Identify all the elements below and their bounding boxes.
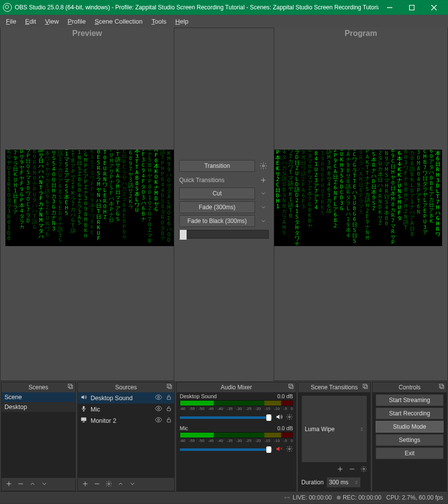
svg-rect-44 <box>441 385 444 389</box>
svg-rect-13 <box>168 385 172 389</box>
add-source-icon[interactable] <box>82 480 89 489</box>
chevron-down-icon[interactable] <box>258 216 269 226</box>
source-label: Mic <box>91 406 100 413</box>
duration-input[interactable]: 300 ms <box>326 477 361 488</box>
popout-icon[interactable] <box>67 383 73 391</box>
svg-rect-20 <box>81 417 87 421</box>
volume-slider[interactable] <box>180 448 272 451</box>
minimize-button[interactable] <box>379 0 401 15</box>
transition-select[interactable]: Luma Wipe <box>301 395 367 463</box>
lock-icon[interactable] <box>165 416 172 425</box>
source-item[interactable]: Monitor 2 <box>78 415 174 426</box>
menu-tools[interactable]: Tools <box>148 16 170 27</box>
add-scene-icon[interactable] <box>5 480 12 489</box>
docks: Scenes Scene Desktop Sources Desktop Sou… <box>0 381 448 491</box>
program-pane[interactable]: Program D サ H サ ハ ナ ア P 本 E K サ 2 C 日 D … <box>274 28 448 381</box>
mute-icon[interactable] <box>275 445 283 454</box>
channel-name: Mic <box>180 425 188 431</box>
program-label: Program <box>274 28 448 41</box>
scene-item[interactable]: Desktop <box>1 402 75 412</box>
audio-channel: Mic0.0 dB-60-55-50-45-40-35-30-25-20-15-… <box>177 424 296 456</box>
channel-db: 0.0 dB <box>277 425 293 431</box>
svg-rect-19 <box>167 408 171 410</box>
source-item[interactable]: Mic <box>78 404 174 415</box>
menu-profile[interactable]: Profile <box>64 16 90 27</box>
preview-viewport[interactable]: O R U ヤ U 1 1 R 5 O タ サ 3 R 0 1 D 0 1 L … <box>5 150 174 246</box>
svg-point-23 <box>158 419 160 421</box>
qt-cut[interactable]: Cut <box>179 188 255 199</box>
source-settings-icon[interactable] <box>105 480 112 489</box>
scene-transitions-title: Scene Transitions <box>311 384 357 391</box>
control-button-studio-mode[interactable]: Studio Mode <box>376 421 444 433</box>
svg-rect-30 <box>290 385 293 389</box>
transition-button[interactable]: Transition <box>179 160 255 172</box>
slider-thumb[interactable] <box>266 446 271 453</box>
transition-properties-icon[interactable] <box>360 466 367 474</box>
controls-title: Controls <box>399 384 421 391</box>
popout-icon[interactable] <box>288 383 294 391</box>
control-button-start-recording[interactable]: Start Recording <box>376 408 444 419</box>
visibility-icon[interactable] <box>155 393 162 403</box>
visibility-icon[interactable] <box>155 405 162 414</box>
source-down-icon[interactable] <box>129 480 136 489</box>
scene-down-icon[interactable] <box>41 480 48 489</box>
status-cpu: CPU: 2.7%, 60.00 fps <box>386 494 443 501</box>
control-button-settings[interactable]: Settings <box>376 434 444 446</box>
svg-rect-17 <box>83 406 85 409</box>
svg-rect-8 <box>69 385 73 389</box>
menu-view[interactable]: View <box>41 16 63 27</box>
scenes-title: Scenes <box>29 384 48 391</box>
chevron-down-icon[interactable] <box>258 202 269 213</box>
svg-rect-37 <box>363 384 367 388</box>
menu-scene-collection[interactable]: Scene Collection <box>91 16 147 27</box>
tbar-slider[interactable] <box>179 230 269 239</box>
svg-rect-1 <box>410 5 415 10</box>
svg-point-36 <box>288 448 290 450</box>
program-viewport[interactable]: D サ H サ ハ ナ ア P 本 E K サ 2 C 日 D H 1 日 T … <box>274 150 442 246</box>
remove-transition-icon[interactable] <box>349 466 355 474</box>
svg-point-45 <box>287 497 288 498</box>
source-up-icon[interactable] <box>117 480 124 489</box>
svg-point-15 <box>158 396 160 398</box>
source-item[interactable]: Desktop Sound <box>78 392 174 404</box>
channel-settings-icon[interactable] <box>286 445 293 454</box>
add-transition-icon[interactable] <box>337 466 344 474</box>
lock-icon[interactable] <box>165 394 172 402</box>
scene-item[interactable]: Scene <box>1 392 75 402</box>
mute-icon[interactable] <box>275 413 283 422</box>
lock-icon[interactable] <box>165 405 172 413</box>
popout-icon[interactable] <box>362 383 368 391</box>
remove-scene-icon[interactable] <box>17 480 24 489</box>
menu-help[interactable]: Help <box>171 16 192 27</box>
svg-point-18 <box>158 408 160 410</box>
control-button-start-streaming[interactable]: Start Streaming <box>376 394 444 406</box>
audio-mixer-dock: Audio Mixer Desktop Sound0.0 dB-60-55-50… <box>176 382 296 491</box>
popout-icon[interactable] <box>166 383 172 391</box>
tbar-handle[interactable] <box>180 230 187 240</box>
preview-pane[interactable]: Preview O R U ヤ U 1 1 R 5 O タ サ 3 R 0 1 … <box>0 28 174 381</box>
maximize-button[interactable] <box>401 0 423 15</box>
channel-settings-icon[interactable] <box>286 413 293 422</box>
svg-marker-33 <box>277 446 280 451</box>
remove-source-icon[interactable] <box>94 480 100 489</box>
svg-rect-7 <box>68 384 72 388</box>
qt-fade[interactable]: Fade (300ms) <box>179 201 255 213</box>
visibility-icon[interactable] <box>155 416 162 425</box>
channel-db: 0.0 dB <box>277 393 293 399</box>
add-quick-transition-icon[interactable] <box>258 175 269 186</box>
volume-slider[interactable] <box>180 416 272 419</box>
scene-up-icon[interactable] <box>29 480 36 489</box>
slider-thumb[interactable] <box>266 414 271 421</box>
close-button[interactable] <box>423 0 445 15</box>
menu-edit[interactable]: Edit <box>21 16 40 27</box>
sources-dock: Sources Desktop SoundMicMonitor 2 <box>77 382 175 491</box>
control-button-exit[interactable]: Exit <box>376 447 444 459</box>
chevron-down-icon[interactable] <box>258 188 269 199</box>
menu-file[interactable]: File <box>2 16 20 27</box>
titlebar: OBS Studio 25.0.8 (64-bit, windows) - Pr… <box>0 0 448 15</box>
transition-settings-icon[interactable] <box>258 160 269 171</box>
quick-transitions-label: Quick Transitions <box>179 177 224 184</box>
audio-meter <box>180 432 293 438</box>
popout-icon[interactable] <box>439 383 445 391</box>
qt-fade-black[interactable]: Fade to Black (300ms) <box>179 215 255 227</box>
